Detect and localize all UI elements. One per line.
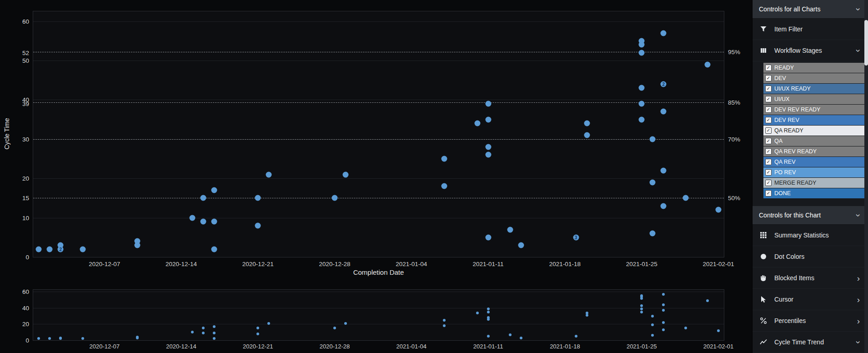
workflow-stage-row[interactable]: ✓UI/UX xyxy=(763,94,864,104)
data-point[interactable] xyxy=(487,308,490,310)
data-point[interactable] xyxy=(255,222,261,228)
data-point[interactable] xyxy=(584,121,590,126)
data-point[interactable] xyxy=(213,325,216,328)
data-point[interactable] xyxy=(36,246,42,252)
data-point[interactable] xyxy=(661,109,667,115)
data-point[interactable] xyxy=(640,311,643,313)
stage-checkbox[interactable]: ✓ xyxy=(765,138,772,144)
data-point[interactable] xyxy=(213,332,216,334)
data-point[interactable] xyxy=(661,30,667,36)
workflow-stage-row[interactable]: ✓MERGE READY xyxy=(763,178,864,188)
data-point[interactable] xyxy=(682,195,688,201)
data-point[interactable] xyxy=(651,315,654,318)
data-point[interactable] xyxy=(662,293,665,296)
data-point[interactable] xyxy=(662,309,665,312)
stage-checkbox[interactable]: ✓ xyxy=(765,148,772,155)
data-point[interactable] xyxy=(211,246,217,252)
data-point[interactable] xyxy=(507,227,513,232)
data-point[interactable] xyxy=(640,304,643,307)
data-point[interactable] xyxy=(487,318,490,321)
data-point[interactable] xyxy=(650,231,656,237)
data-point[interactable] xyxy=(715,207,721,213)
data-point[interactable] xyxy=(476,312,479,314)
data-point[interactable] xyxy=(200,195,206,201)
data-point[interactable] xyxy=(443,324,446,327)
workflow-stage-row[interactable]: ✓DONE xyxy=(763,188,864,198)
data-point[interactable] xyxy=(136,337,139,339)
data-point[interactable] xyxy=(639,101,645,107)
data-point[interactable] xyxy=(442,183,447,189)
workflow-stage-row[interactable]: ✓READY xyxy=(763,63,864,73)
data-point[interactable] xyxy=(343,171,349,177)
data-point[interactable] xyxy=(267,322,270,325)
data-point[interactable] xyxy=(256,333,259,335)
data-point[interactable] xyxy=(706,299,709,302)
data-point[interactable] xyxy=(202,327,205,329)
sidebar-item-blocked-items[interactable]: Blocked Items› xyxy=(753,267,864,289)
data-point[interactable] xyxy=(650,136,656,142)
stage-checkbox[interactable]: ✓ xyxy=(765,180,772,186)
data-point[interactable] xyxy=(485,152,491,158)
sidebar-item-cursor[interactable]: Cursor› xyxy=(753,289,864,310)
data-point[interactable] xyxy=(485,144,491,150)
data-point[interactable] xyxy=(211,187,217,193)
data-point[interactable] xyxy=(586,314,588,317)
stage-checkbox[interactable]: ✓ xyxy=(765,65,772,71)
controls-for-all-charts-header[interactable]: Controls for all Charts › xyxy=(753,0,864,19)
data-point[interactable] xyxy=(255,195,261,201)
sidebar-item-summary-statistics[interactable]: Summary Statistics xyxy=(753,225,864,246)
workflow-stage-row[interactable]: ✓UI/UX READY xyxy=(763,84,864,94)
data-point[interactable] xyxy=(487,335,490,338)
data-point[interactable] xyxy=(485,234,491,240)
data-point[interactable] xyxy=(81,337,84,340)
controls-for-this-chart-header[interactable]: Controls for this Chart › xyxy=(753,206,864,225)
data-point[interactable] xyxy=(485,116,491,122)
data-point[interactable] xyxy=(662,321,665,324)
sidebar-item-item-filter[interactable]: Item Filter xyxy=(753,19,864,40)
data-point[interactable] xyxy=(485,101,491,107)
data-point[interactable] xyxy=(650,179,656,185)
data-point[interactable] xyxy=(662,303,665,306)
data-point[interactable] xyxy=(704,61,710,67)
stage-checkbox[interactable]: ✓ xyxy=(765,75,772,81)
data-point[interactable] xyxy=(584,132,590,138)
workflow-stage-row[interactable]: ✓QA xyxy=(763,136,864,146)
data-point[interactable] xyxy=(518,242,524,248)
data-point[interactable] xyxy=(333,327,336,329)
stage-checkbox[interactable]: ✓ xyxy=(765,96,772,102)
workflow-stage-row[interactable]: ✓DEV xyxy=(763,73,864,83)
sidebar-scrollbar-thumb[interactable] xyxy=(864,20,868,66)
data-point[interactable] xyxy=(37,337,40,340)
data-point[interactable] xyxy=(200,219,206,225)
data-point[interactable] xyxy=(266,171,272,177)
sidebar-item-cycle-time-trend[interactable]: Cycle Time Trend› xyxy=(753,332,864,353)
data-point[interactable] xyxy=(80,246,85,252)
data-point[interactable] xyxy=(189,215,195,221)
stage-checkbox[interactable]: ✓ xyxy=(765,159,772,165)
data-point[interactable] xyxy=(651,334,654,337)
data-point[interactable] xyxy=(575,335,577,338)
data-point[interactable] xyxy=(59,337,62,340)
data-point[interactable] xyxy=(639,42,645,48)
sidebar-item-percentiles[interactable]: Percentiles› xyxy=(753,310,864,332)
data-point[interactable] xyxy=(256,327,259,329)
cycle-time-chart-plot[interactable]: 95%85%70%50%60525040393020151002020-12-0… xyxy=(33,11,724,257)
workflow-stage-row[interactable]: ✓QA REV READY xyxy=(763,146,864,156)
data-point[interactable] xyxy=(509,333,512,336)
data-point[interactable] xyxy=(474,121,480,126)
data-point[interactable] xyxy=(213,337,216,340)
stage-checkbox[interactable]: ✓ xyxy=(765,86,772,92)
overview-chart-plot[interactable]: 60402002020-12-072020-12-142020-12-21202… xyxy=(33,289,724,341)
workflow-stage-row[interactable]: ✓QA READY xyxy=(763,126,864,136)
data-point[interactable] xyxy=(684,327,687,329)
sidebar-scrollbar[interactable] xyxy=(864,0,868,353)
data-point[interactable] xyxy=(211,219,217,225)
stage-checkbox[interactable]: ✓ xyxy=(765,127,772,134)
stage-checkbox[interactable]: ✓ xyxy=(765,169,772,176)
stage-checkbox[interactable]: ✓ xyxy=(765,106,772,113)
data-point[interactable] xyxy=(717,329,720,332)
data-point[interactable] xyxy=(661,203,667,209)
data-point[interactable] xyxy=(48,337,51,340)
data-point[interactable] xyxy=(344,322,347,325)
data-point[interactable] xyxy=(47,246,53,252)
